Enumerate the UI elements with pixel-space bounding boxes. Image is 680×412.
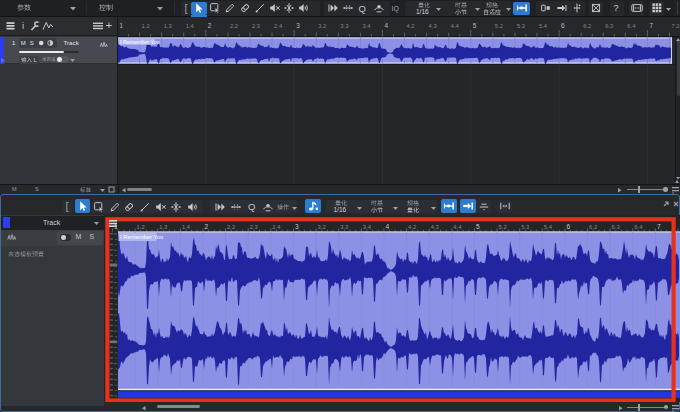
svg-text:3.2: 3.2 — [318, 224, 326, 230]
svg-text:2: 2 — [205, 223, 209, 230]
svg-text:2.4: 2.4 — [274, 23, 283, 29]
svg-text:3.3: 3.3 — [340, 23, 348, 29]
svg-text:4.4: 4.4 — [451, 23, 460, 29]
svg-text:4: 4 — [385, 223, 389, 230]
svg-text:1.2: 1.2 — [142, 23, 150, 29]
svg-text:3: 3 — [295, 223, 299, 230]
svg-text:6.2: 6.2 — [589, 224, 597, 230]
svg-text:I Remember You: I Remember You — [120, 39, 160, 45]
svg-text:6.4: 6.4 — [627, 23, 636, 29]
svg-text:5.3: 5.3 — [517, 23, 525, 29]
svg-text:4: 4 — [384, 22, 388, 29]
svg-text:I Remember You: I Remember You — [120, 234, 163, 240]
svg-text:7: 7 — [649, 22, 653, 29]
svg-text:1.3: 1.3 — [164, 23, 172, 29]
svg-text:1.3: 1.3 — [159, 224, 168, 230]
svg-text:2.2: 2.2 — [230, 23, 238, 29]
svg-text:3: 3 — [296, 22, 300, 29]
svg-text:2.4: 2.4 — [272, 224, 281, 230]
svg-text:5: 5 — [476, 223, 480, 230]
svg-text:6.4: 6.4 — [634, 224, 643, 230]
svg-text:1: 1 — [120, 22, 124, 29]
svg-text:2.3: 2.3 — [250, 224, 259, 230]
svg-text:6: 6 — [561, 22, 565, 29]
svg-text:3.2: 3.2 — [318, 23, 326, 29]
svg-text:7.2: 7.2 — [672, 23, 680, 29]
svg-text:6: 6 — [566, 223, 570, 230]
svg-text:5: 5 — [473, 22, 477, 29]
svg-text:5.3: 5.3 — [521, 224, 530, 230]
svg-text:5.4: 5.4 — [544, 224, 553, 230]
svg-text:4.3: 4.3 — [429, 23, 437, 29]
svg-text:4.4: 4.4 — [453, 224, 462, 230]
svg-text:5.2: 5.2 — [495, 23, 503, 29]
svg-text:6.2: 6.2 — [583, 23, 591, 29]
svg-text:1.2: 1.2 — [137, 224, 145, 230]
svg-text:1.4: 1.4 — [182, 224, 191, 230]
svg-text:2.3: 2.3 — [252, 23, 260, 29]
svg-text:1.4: 1.4 — [186, 23, 195, 29]
svg-text:3.4: 3.4 — [362, 23, 371, 29]
svg-text:6.3: 6.3 — [612, 224, 621, 230]
svg-text:3.3: 3.3 — [340, 224, 349, 230]
svg-text:4.2: 4.2 — [408, 224, 416, 230]
svg-text:5.2: 5.2 — [499, 224, 507, 230]
svg-text:5.4: 5.4 — [539, 23, 548, 29]
svg-text:7: 7 — [657, 223, 661, 230]
svg-text:4.2: 4.2 — [407, 23, 415, 29]
svg-text:4.3: 4.3 — [431, 224, 440, 230]
svg-text:2: 2 — [208, 22, 212, 29]
svg-text:6.3: 6.3 — [605, 23, 613, 29]
svg-text:2.2: 2.2 — [227, 224, 235, 230]
svg-text:3.4: 3.4 — [363, 224, 372, 230]
